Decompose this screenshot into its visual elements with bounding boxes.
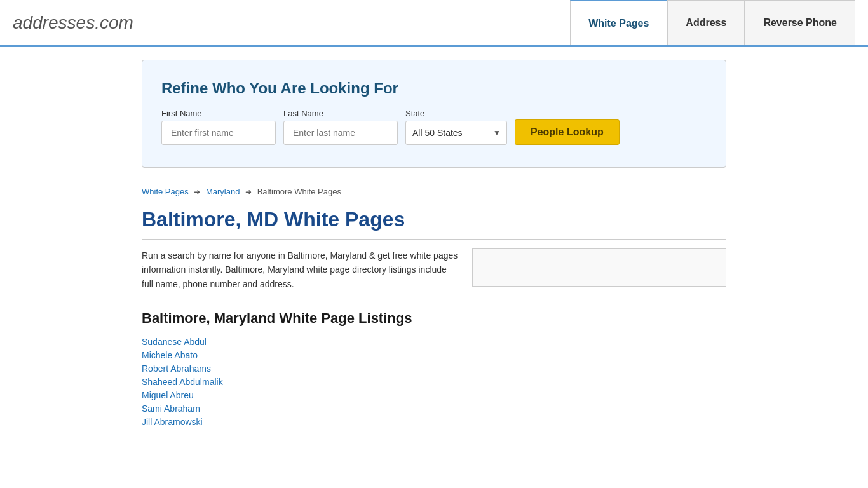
breadcrumb-arrow-1: ➜ [194,187,200,196]
first-name-group: First Name [161,109,276,145]
first-name-input[interactable] [161,121,276,145]
listings-title: Baltimore, Maryland White Page Listings [142,310,726,327]
nav-address[interactable]: Address [667,0,745,45]
last-name-label: Last Name [283,109,398,118]
list-item: Shaheed Abdulmalik [142,377,726,387]
state-select[interactable]: All 50 StatesAlabamaAlaskaArizonaArkansa… [405,121,507,145]
header: addresses.com White Pages Address Revers… [0,0,868,47]
list-item: Sudanese Abdul [142,337,726,347]
breadcrumb-arrow-2: ➜ [245,187,252,196]
search-box: Refine Who You Are Looking For First Nam… [142,60,726,168]
state-label: State [405,109,507,118]
listing-link[interactable]: Sami Abraham [142,403,200,414]
description-area: Run a search by name for anyone in Balti… [142,248,726,291]
list-item: Miguel Abreu [142,390,726,400]
ad-image [472,248,726,287]
nav-white-pages[interactable]: White Pages [570,0,667,45]
state-select-wrapper: All 50 StatesAlabamaAlaskaArizonaArkansa… [405,121,507,145]
listings-list: Sudanese AbdulMichele AbatoRobert Abraha… [142,337,726,427]
main-nav: White Pages Address Reverse Phone [570,0,855,45]
site-title: addresses.com [13,13,133,33]
listing-link[interactable]: Miguel Abreu [142,390,194,400]
listing-link[interactable]: Shaheed Abdulmalik [142,377,223,387]
listing-link[interactable]: Robert Abrahams [142,363,211,374]
listing-link[interactable]: Michele Abato [142,350,198,360]
breadcrumb-maryland[interactable]: Maryland [206,187,240,196]
description-text: Run a search by name for anyone in Balti… [142,248,459,291]
breadcrumb-white-pages[interactable]: White Pages [142,187,189,196]
search-title: Refine Who You Are Looking For [161,79,707,97]
page-title: Baltimore, MD White Pages [142,208,726,240]
listing-link[interactable]: Jill Abramowski [142,417,203,427]
listing-link[interactable]: Sudanese Abdul [142,337,207,347]
list-item: Jill Abramowski [142,417,726,427]
first-name-label: First Name [161,109,276,118]
breadcrumb: White Pages ➜ Maryland ➜ Baltimore White… [142,187,726,196]
search-form: First Name Last Name State All 50 States… [161,109,707,145]
nav-reverse-phone[interactable]: Reverse Phone [745,0,855,45]
state-group: State All 50 StatesAlabamaAlaskaArizonaA… [405,109,507,145]
list-item: Robert Abrahams [142,363,726,374]
main-content: Refine Who You Are Looking For First Nam… [129,47,739,443]
list-item: Sami Abraham [142,403,726,414]
last-name-input[interactable] [283,121,398,145]
breadcrumb-current: Baltimore White Pages [257,187,341,196]
people-lookup-button[interactable]: People Lookup [515,119,620,145]
list-item: Michele Abato [142,350,726,360]
last-name-group: Last Name [283,109,398,145]
